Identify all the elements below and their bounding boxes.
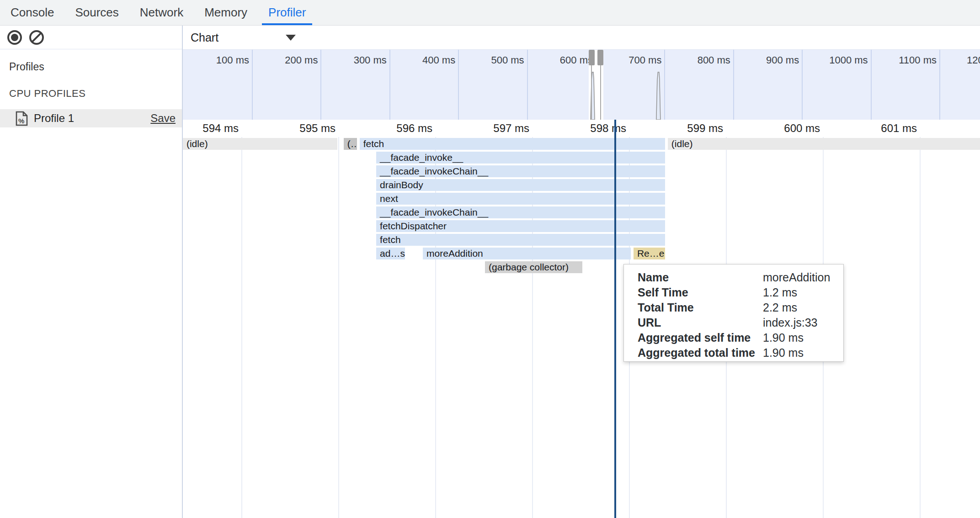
tab-network[interactable]: Network [129, 0, 194, 25]
flame-bar-next[interactable]: next [376, 193, 665, 205]
tooltip-label: Aggregated self time [638, 330, 751, 345]
view-mode-select[interactable]: Chart [191, 31, 296, 44]
tooltip-row: NamemoreAddition [624, 270, 843, 285]
flame-bar-moreaddition[interactable]: moreAddition [423, 248, 631, 259]
flame-chart[interactable]: (idle)(…fetch(idle)__facade_invoke____fa… [183, 137, 980, 518]
flame-bar--facade-invokechain-[interactable]: __facade_invokeChain__ [376, 206, 665, 218]
tooltip-value: 2.2 ms [763, 300, 797, 315]
tooltip-row: URLindex.js:33 [624, 315, 843, 330]
profiles-header: Profiles [9, 61, 44, 73]
record-button[interactable] [7, 30, 22, 45]
tooltip: NamemoreAdditionSelf Time1.2 msTotal Tim… [623, 264, 844, 362]
selection-handle-left-stem [591, 65, 592, 120]
ruler-tick-label: 600 ms [751, 122, 820, 135]
tooltip-row: Aggregated total time1.90 ms [624, 345, 843, 360]
profile-name: Profile 1 [34, 112, 150, 125]
ruler-tick-label: 597 ms [461, 122, 529, 135]
cpu-profiles-section-header: CPU PROFILES [9, 88, 85, 100]
flame-bar-ad-s[interactable]: ad…s [376, 248, 405, 259]
sidebar-toolbar [0, 26, 182, 49]
ruler-tick-label: 595 ms [267, 122, 336, 135]
svg-text:%: % [18, 117, 24, 125]
profile-document-icon: % [16, 111, 28, 126]
tab-sources[interactable]: Sources [64, 0, 129, 25]
devtools-window: ConsoleSourcesNetworkMemoryProfiler Prof… [0, 0, 980, 518]
chart-toolbar: Chart [183, 26, 980, 50]
flame-bar-re-e[interactable]: Re…e [634, 248, 665, 259]
flame-bar--facade-invoke-[interactable]: __facade_invoke__ [376, 152, 665, 164]
save-link[interactable]: Save [150, 112, 176, 125]
selection-handle-left[interactable] [589, 50, 595, 65]
tooltip-value: index.js:33 [763, 315, 818, 330]
tooltip-label: Name [638, 270, 669, 285]
selection-handle-right-stem [600, 65, 601, 120]
flame-bar--[interactable]: (… [344, 138, 357, 150]
flame-bar-fetch[interactable]: fetch [360, 138, 665, 150]
selection-handle-right[interactable] [597, 50, 603, 65]
tab-profiler[interactable]: Profiler [258, 0, 316, 25]
tooltip-value: moreAddition [763, 270, 830, 285]
chevron-down-icon [286, 35, 296, 41]
tooltip-row: Total Time2.2 ms [624, 300, 843, 315]
flame-bar-fetchdispatcher[interactable]: fetchDispatcher [376, 220, 665, 232]
ruler-tick-label: 594 ms [183, 122, 239, 135]
tooltip-label: URL [638, 315, 661, 330]
ruler-tick-label: 596 ms [364, 122, 432, 135]
flame-bar--idle-[interactable]: (idle) [668, 138, 980, 150]
timeline-overview[interactable]: 100 ms200 ms300 ms400 ms500 ms600 ms700 … [183, 50, 980, 120]
time-ruler: 594 ms595 ms596 ms597 ms598 ms599 ms600 … [183, 120, 980, 137]
flame-gridline [920, 137, 921, 518]
tooltip-label: Self Time [638, 285, 688, 300]
tooltip-value: 1.90 ms [763, 330, 804, 345]
flame-bar--garbage-collector-[interactable]: (garbage collector) [485, 261, 582, 273]
tooltip-value: 1.2 ms [763, 285, 797, 300]
flame-gridline [241, 137, 242, 518]
profile-list-item[interactable]: % Profile 1 Save [0, 109, 182, 127]
tooltip-value: 1.90 ms [763, 345, 804, 360]
cpu-activity-spikes [183, 50, 980, 120]
tab-console[interactable]: Console [0, 0, 64, 25]
profiles-sidebar: Profiles CPU PROFILES % Profile 1 Save [0, 26, 183, 518]
flame-bar--idle-[interactable]: (idle) [183, 138, 337, 150]
tab-memory[interactable]: Memory [194, 0, 258, 25]
ruler-tick-label: 599 ms [655, 122, 723, 135]
flame-bar-drainbody[interactable]: drainBody [376, 179, 665, 191]
tooltip-label: Total Time [638, 300, 694, 315]
flame-gridline [338, 137, 339, 518]
flame-bar-fetch[interactable]: fetch [376, 234, 665, 246]
clear-button[interactable] [29, 30, 44, 45]
flame-bar--facade-invokechain-[interactable]: __facade_invokeChain__ [376, 165, 665, 177]
tab-bar: ConsoleSourcesNetworkMemoryProfiler [0, 0, 980, 26]
time-marker-line [614, 120, 616, 518]
ruler-tick-label: 601 ms [848, 122, 917, 135]
tooltip-row: Self Time1.2 ms [624, 285, 843, 300]
view-mode-value: Chart [191, 31, 218, 44]
tooltip-label: Aggregated total time [638, 345, 755, 360]
tooltip-row: Aggregated self time1.90 ms [624, 330, 843, 345]
